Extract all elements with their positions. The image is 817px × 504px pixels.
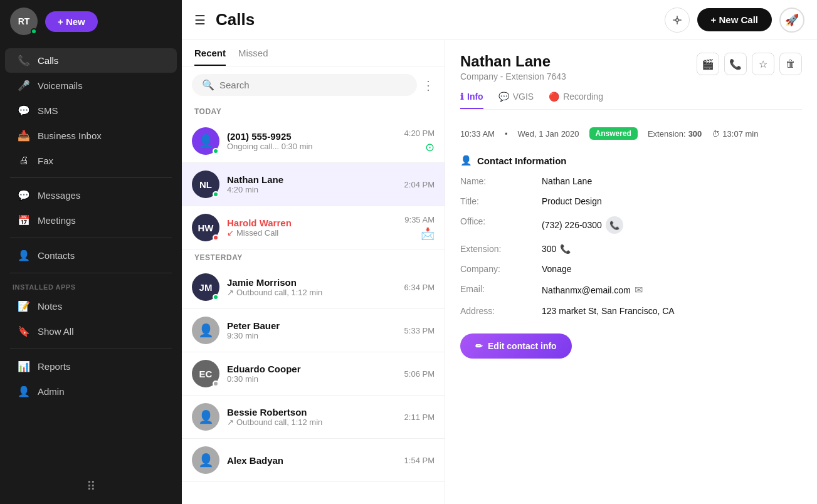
avatar-icon: 👤 (198, 134, 214, 149)
yesterday-label: YESTERDAY (182, 249, 445, 266)
table-row: Company: Vonage (460, 259, 802, 279)
menu-icon[interactable]: ☰ (194, 13, 206, 28)
list-item[interactable]: 👤 (201) 555-9925 Ongoing call... 0:30 mi… (182, 120, 445, 163)
tab-vgis[interactable]: 💬 VGIS (498, 92, 534, 109)
extension-info: Extension: 300 (648, 129, 702, 139)
call-time: 9:35 AM (404, 215, 435, 224)
sidebar-item-business-inbox[interactable]: 📥 Business Inbox (5, 123, 177, 148)
office-phone-icon: 📞 (609, 221, 619, 230)
table-row: Office: (732) 226-0300 📞 (460, 211, 802, 239)
grid-icon[interactable]: ⠿ (87, 479, 96, 494)
ongoing-icon: ⊙ (425, 140, 435, 154)
call-name: Jamie Morrison (227, 277, 397, 288)
duration-value: 13:07 min (722, 129, 758, 139)
sidebar-item-voicemails[interactable]: 🎤 Voicemails (5, 73, 177, 98)
contacts-icon: 👤 (18, 249, 30, 261)
call-time: 4:20 PM (404, 129, 435, 138)
search-input[interactable] (219, 80, 407, 90)
nav-divider-2 (10, 238, 172, 238)
detail-actions: 🎬 📞 ☆ 🗑 (697, 53, 802, 75)
call-time: 6:34 PM (404, 283, 435, 292)
outbound-arrow: ↗ (227, 288, 234, 297)
search-row: 🔍 ⋮ (182, 66, 445, 103)
search-box: 🔍 (192, 74, 417, 96)
sidebar-item-label: Calls (38, 55, 58, 66)
call-sub: 9:30 min (227, 331, 397, 340)
list-item[interactable]: 👤 Alex Badyan 1:54 PM (182, 439, 445, 482)
edit-contact-button[interactable]: ✏ Edit contact info (460, 333, 572, 359)
sidebar-item-show-all[interactable]: 🔖 Show All (5, 319, 177, 344)
call-avatar: NL (192, 171, 219, 198)
sidebar-item-messages[interactable]: 💬 Messages (5, 183, 177, 207)
sidebar-footer: ⠿ (0, 469, 182, 504)
call-name: Alex Badyan (227, 455, 397, 466)
fax-icon: 🖨 (18, 155, 30, 166)
list-item[interactable]: EC Eduardo Cooper 0:30 min 5:06 PM (182, 352, 445, 396)
clock-icon: ⏱ (712, 129, 720, 139)
call-sub: ↗ Outbound call, 1:12 min (227, 417, 397, 427)
table-row: Name: Nathan Lane (460, 171, 802, 191)
sidebar-item-contacts[interactable]: 👤 Contacts (5, 243, 177, 268)
status-dot (213, 381, 219, 387)
call-name: Nathan Lane (227, 174, 397, 185)
tab-recent[interactable]: Recent (194, 48, 226, 66)
detail-name: Nathan Lane (460, 53, 566, 70)
video-call-button[interactable]: 🎬 (697, 53, 719, 75)
sidebar-item-admin[interactable]: 👤 Admin (5, 379, 177, 404)
edit-icon: ✏ (475, 341, 483, 351)
phone-icon: 📞 (18, 55, 30, 66)
list-item[interactable]: 👤 Peter Bauer 9:30 min 5:33 PM (182, 309, 445, 352)
email-row: Nathanmx@email.com ✉ (542, 284, 802, 296)
tab-recording[interactable]: 🔴 Recording (549, 92, 603, 109)
email-value: Nathanmx@email.com (542, 285, 631, 295)
sidebar-item-label: Show All (38, 326, 74, 337)
star-button[interactable]: ☆ (752, 53, 774, 75)
sidebar-item-label: Admin (38, 386, 65, 397)
sidebar-item-meetings[interactable]: 📅 Meetings (5, 208, 177, 233)
more-options-button[interactable]: ⋮ (422, 78, 435, 93)
call-sub: Ongoing call... 0:30 min (227, 142, 397, 151)
sidebar-item-reports[interactable]: 📊 Reports (5, 354, 177, 379)
rocket-button[interactable]: 🚀 (779, 8, 804, 33)
call-timestamp: 10:33 AM (460, 129, 495, 139)
voicemail-icon: 📩 (421, 227, 435, 241)
call-meta: 10:33 AM • Wed, 1 Jan 2020 Answered Exte… (460, 120, 802, 147)
installed-apps-label: INSTALLED APPS (0, 278, 182, 293)
list-item[interactable]: JM Jamie Morrison ↗ Outbound call, 1:12 … (182, 266, 445, 309)
field-value: 300 📞 (542, 239, 802, 259)
sidebar-item-calls[interactable]: 📞 Calls (5, 48, 177, 73)
new-button[interactable]: + New (45, 11, 98, 32)
field-label: Title: (460, 191, 542, 211)
extension-phone-icon: 📞 (560, 244, 571, 254)
list-item[interactable]: HW Harold Warren ↙ Missed Call 9:35 AM 📩 (182, 206, 445, 249)
call-info: Jamie Morrison ↗ Outbound call, 1:12 min (227, 277, 397, 297)
new-call-button[interactable]: + New Call (697, 8, 772, 31)
sidebar-item-fax[interactable]: 🖨 Fax (5, 149, 177, 172)
tab-info[interactable]: ℹ Info (460, 92, 483, 109)
list-item[interactable]: NL Nathan Lane 4:20 min 2:04 PM (182, 163, 445, 206)
answered-badge: Answered (589, 127, 638, 140)
phone-call-button[interactable]: 📞 (724, 53, 747, 75)
extension-value: 300 (542, 244, 556, 254)
sms-icon: 💬 (18, 105, 30, 117)
integration-button[interactable] (665, 8, 690, 33)
sidebar-item-sms[interactable]: 💬 SMS (5, 98, 177, 123)
contact-section-label: Contact Information (477, 155, 567, 166)
call-avatar: 👤 (192, 446, 219, 474)
field-value: 123 market St, San Francisco, CA (542, 301, 802, 321)
call-sub: ↗ Outbound call, 1:12 min (227, 288, 397, 297)
contact-info-table: Name: Nathan Lane Title: Product Design … (460, 171, 802, 321)
tab-missed[interactable]: Missed (238, 48, 268, 66)
sidebar-item-notes[interactable]: 📝 Notes (5, 294, 177, 318)
top-bar: ☰ Calls + New Call 🚀 (182, 0, 817, 40)
field-label: Company: (460, 259, 542, 279)
call-name: Eduardo Cooper (227, 364, 397, 374)
office-call-button[interactable]: 📞 (606, 216, 623, 234)
reports-icon: 📊 (18, 360, 30, 372)
call-info: (201) 555-9925 Ongoing call... 0:30 min (227, 131, 397, 151)
call-list: TODAY 👤 (201) 555-9925 Ongoing call... 0… (182, 103, 445, 504)
delete-button[interactable]: 🗑 (779, 53, 802, 75)
list-item[interactable]: 👤 Bessie Robertson ↗ Outbound call, 1:12… (182, 396, 445, 439)
field-value: (732) 226-0300 📞 (542, 211, 802, 239)
show-all-icon: 🔖 (18, 325, 30, 337)
